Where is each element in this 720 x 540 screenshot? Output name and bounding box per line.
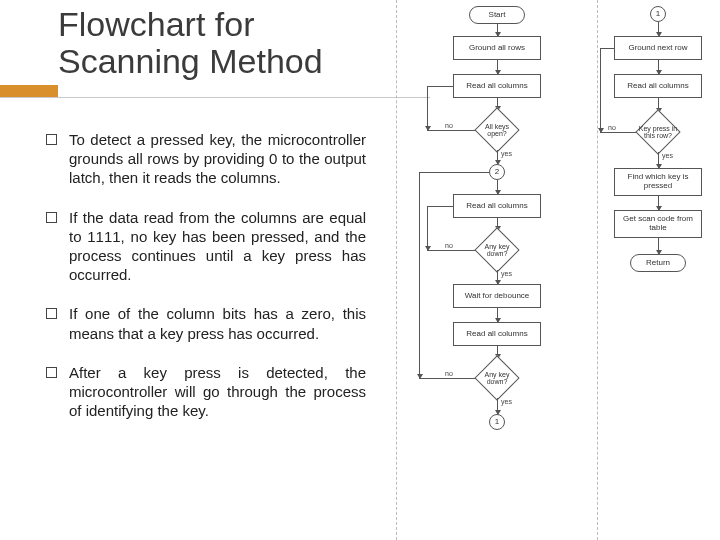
node-wait-debounce: Wait for debounce (453, 284, 541, 308)
arrow (419, 172, 420, 378)
bullet-text: If one of the column bits has a zero, th… (69, 304, 366, 342)
node-any-key-down-1: Any key down? (475, 228, 519, 272)
arrow (497, 270, 498, 284)
label-yes: yes (501, 150, 512, 157)
arrow (419, 172, 489, 173)
bullet-icon (46, 308, 57, 319)
node-return: Return (630, 254, 686, 272)
label-no: no (445, 370, 453, 377)
arrow (658, 60, 659, 74)
arrow (427, 206, 453, 207)
arrow (497, 308, 498, 322)
arrow (600, 48, 601, 132)
node-ground-next-row: Ground next row (614, 36, 702, 60)
arrow (427, 250, 475, 251)
arrow (658, 152, 659, 168)
list-item: If one of the column bits has a zero, th… (46, 304, 366, 342)
title-underline (58, 85, 388, 97)
bullet-list: To detect a pressed key, the microcontro… (46, 130, 366, 440)
node-find-key: Find which key is pressed (614, 168, 702, 196)
arrow (497, 60, 498, 74)
arrow (600, 132, 636, 133)
node-ground-all-rows: Ground all rows (453, 36, 541, 60)
arrow (427, 206, 428, 250)
node-read-columns-2: Read all columns (453, 194, 541, 218)
arrow (497, 398, 498, 414)
node-start: Start (469, 6, 525, 24)
arrow (658, 238, 659, 254)
node-get-scan-code: Get scan code from table (614, 210, 702, 238)
node-read-columns-3: Read all columns (453, 322, 541, 346)
label-yes: yes (501, 398, 512, 405)
bullet-icon (46, 212, 57, 223)
list-item: To detect a pressed key, the microcontro… (46, 130, 366, 188)
arrow (427, 130, 475, 131)
arrow (497, 24, 498, 36)
list-item: If the data read from the columns are eq… (46, 208, 366, 285)
title-rule (0, 97, 430, 98)
bullet-icon (46, 134, 57, 145)
flowchart-left: Start Ground all rows Read all columns A… (396, 0, 598, 540)
node-any-key-down-2: Any key down? (475, 356, 519, 400)
arrow (497, 150, 498, 164)
bullet-text: After a key press is detected, the micro… (69, 363, 366, 421)
node-key-press-in-row: Key press in this row? (636, 110, 680, 154)
node-all-keys-open: All keys open? (475, 108, 519, 152)
bullet-icon (46, 367, 57, 378)
label-no: no (445, 122, 453, 129)
arrow (419, 378, 475, 379)
arrow (600, 48, 614, 49)
arrow (658, 196, 659, 210)
label-no: no (608, 124, 616, 131)
flowchart-right: 1 Ground next row Read all columns Key p… (596, 0, 720, 540)
label-yes: yes (662, 152, 673, 159)
node-read-columns-1: Read all columns (453, 74, 541, 98)
arrow (497, 180, 498, 194)
arrow (427, 86, 428, 130)
bullet-text: To detect a pressed key, the microcontro… (69, 130, 366, 188)
connector-2: 2 (489, 164, 505, 180)
arrow (658, 22, 659, 36)
connector-1-in: 1 (650, 6, 666, 22)
slide: Flowchart for Scanning Method To detect … (0, 0, 720, 540)
list-item: After a key press is detected, the micro… (46, 363, 366, 421)
arrow (427, 86, 453, 87)
slide-title: Flowchart for Scanning Method (58, 6, 388, 79)
connector-1-out: 1 (489, 414, 505, 430)
label-yes: yes (501, 270, 512, 277)
node-read-columns-r: Read all columns (614, 74, 702, 98)
accent-bar (0, 85, 58, 97)
bullet-text: If the data read from the columns are eq… (69, 208, 366, 285)
label-no: no (445, 242, 453, 249)
title-block: Flowchart for Scanning Method (58, 6, 388, 97)
